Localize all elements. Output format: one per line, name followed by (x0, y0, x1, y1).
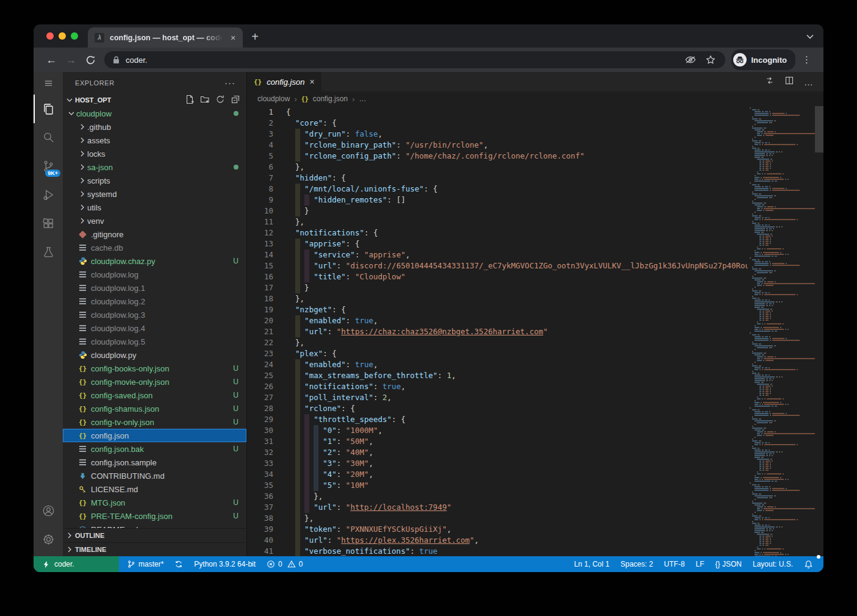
tree-item-scripts[interactable]: scripts (63, 174, 246, 187)
split-editor-icon[interactable] (784, 76, 794, 88)
tree-item-sa-json[interactable]: sa-json (63, 160, 246, 174)
tree-item-systemd[interactable]: systemd (63, 187, 246, 201)
refresh-icon[interactable] (215, 95, 225, 106)
tree-item-config-books-only.json[interactable]: {}config-books-only.jsonU (63, 362, 246, 375)
tree-item-.gitignore[interactable]: .gitignore (63, 227, 246, 241)
tree-item-assets[interactable]: assets (63, 134, 246, 147)
status-json[interactable]: {} JSON (710, 556, 747, 572)
tree-item-.github[interactable]: .github (63, 120, 246, 134)
status-layout-u-s[interactable]: Layout: U.S. (747, 556, 798, 572)
forward-button[interactable]: → (62, 51, 80, 69)
activitybar-menu-icon[interactable] (34, 72, 63, 95)
tree-item-MTG.json[interactable]: {}MTG.jsonU (63, 496, 246, 509)
timeline-section[interactable]: TIMELINE (63, 542, 246, 556)
activitybar-testing-icon[interactable] (34, 238, 63, 267)
activitybar-extensions-icon[interactable] (34, 209, 63, 238)
back-button[interactable]: ← (42, 51, 60, 69)
code-line-9: "hidden_remotes": [] (286, 195, 823, 206)
breadcrumb-item[interactable]: cloudplow (257, 95, 290, 103)
browser-menu-icon[interactable]: ⋮ (799, 54, 815, 65)
python-interpreter-status[interactable]: Python 3.9.2 64-bit (188, 556, 261, 572)
git-untracked-badge: U (233, 391, 238, 399)
activitybar-settings-icon[interactable] (34, 525, 63, 554)
tree-item-config-shamus.json[interactable]: {}config-shamus.jsonU (63, 402, 246, 415)
activitybar-source-control-icon[interactable]: 9K+ (34, 152, 63, 181)
activitybar-run-debug-icon[interactable] (34, 181, 63, 209)
minimize-window-button[interactable] (59, 32, 66, 40)
tree-item-locks[interactable]: locks (63, 147, 246, 160)
breadcrumb-item[interactable]: … (359, 95, 366, 103)
tree-item-CONTRIBUTING.md[interactable]: CONTRIBUTING.md (63, 469, 246, 482)
line-number: 37 (247, 502, 273, 513)
tree-item-PRE-TEAM-config.json[interactable]: {}PRE-TEAM-config.jsonU (63, 509, 246, 523)
tree-item-cloudplow.py[interactable]: cloudplow.py (63, 348, 246, 362)
tree-item-LICENSE.md[interactable]: LICENSE.md (63, 482, 246, 496)
file-name: cloudplow.log.1 (91, 284, 238, 293)
new-file-icon[interactable] (185, 95, 195, 106)
tree-item-cloudplow.log.3[interactable]: cloudplow.log.3 (63, 308, 246, 321)
new-folder-icon[interactable] (200, 95, 210, 106)
reload-button[interactable] (81, 51, 99, 69)
tree-item-cloudplow.log.2[interactable]: cloudplow.log.2 (63, 295, 246, 308)
open-changes-icon[interactable] (765, 76, 775, 88)
tree-item-utils[interactable]: utils (63, 201, 246, 214)
tree-item-cloudplow.log.4[interactable]: cloudplow.log.4 (63, 321, 246, 335)
new-tab-button[interactable]: + (246, 28, 264, 45)
line-number: 17 (247, 282, 273, 293)
browser-tab[interactable]: λ config.json — host_opt — code × (88, 27, 243, 48)
editor-more-actions-icon[interactable]: … (804, 77, 814, 87)
notifications-bell-icon[interactable] (798, 556, 819, 572)
collapse-folders-icon[interactable] (231, 95, 240, 106)
minimap[interactable] (748, 106, 815, 556)
code-editor[interactable]: 1234567891011121314151617181920212223242… (247, 106, 823, 556)
problems-status[interactable]: 0 0 (261, 556, 308, 572)
tree-item-README.md[interactable]: README.md (63, 523, 246, 528)
code-content[interactable]: { "core": { "dry_run": false, "rclone_bi… (286, 106, 823, 556)
vertical-scrollbar[interactable] (815, 106, 823, 152)
tree-item-config-tv-only.json[interactable]: {}config-tv-only.jsonU (63, 415, 246, 429)
remote-indicator[interactable]: coder. (34, 556, 119, 572)
tree-item-config.json.sample[interactable]: config.json.sample (63, 456, 246, 469)
tab-search-chevron-icon[interactable] (806, 30, 814, 41)
tree-item-cloudplow.log.5[interactable]: cloudplow.log.5 (63, 335, 246, 348)
activitybar-accounts-icon[interactable] (34, 496, 63, 525)
outline-section[interactable]: OUTLINE (63, 528, 246, 542)
code-line-22: }, (286, 337, 823, 348)
url-text[interactable]: coder. (126, 56, 678, 65)
editor-tab-config-json[interactable]: {} config.json × (247, 72, 321, 91)
status-lf[interactable]: LF (690, 556, 710, 572)
tree-item-cache.db[interactable]: cache.db (63, 241, 246, 254)
list-file-icon (77, 296, 88, 306)
workspace-section-header[interactable]: HOST_OPT (63, 93, 246, 107)
chevron-right-icon (77, 122, 87, 132)
tree-item-config-saved.json[interactable]: {}config-saved.jsonU (63, 389, 246, 402)
status-spaces-2[interactable]: Spaces: 2 (615, 556, 658, 572)
explorer-more-actions-icon[interactable]: ··· (224, 77, 235, 88)
tree-item-cloudplow.log[interactable]: cloudplow.log (63, 268, 246, 281)
eye-hidden-icon[interactable] (683, 56, 698, 64)
line-number: 28 (247, 403, 273, 414)
tree-item-config.json.bak[interactable]: config.json.bakU (63, 442, 246, 456)
status-ln-1-col-1[interactable]: Ln 1, Col 1 (568, 556, 615, 572)
tree-item-cloudplow.chaz.py[interactable]: cloudplow.chaz.pyU (63, 254, 246, 268)
sync-status[interactable] (169, 556, 188, 572)
browser-tab-title: config.json — host_opt — code (110, 34, 223, 42)
tree-item-cloudplow.log.1[interactable]: cloudplow.log.1 (63, 281, 246, 295)
tree-item-venv[interactable]: venv (63, 214, 246, 227)
file-name: .gitignore (91, 230, 238, 239)
tab-close-icon[interactable]: × (228, 33, 238, 43)
activitybar-explorer-icon[interactable] (34, 95, 63, 123)
zoom-window-button[interactable] (71, 32, 78, 40)
tree-item-config-movie-only.json[interactable]: {}config-movie-only.jsonU (63, 375, 246, 389)
close-tab-icon[interactable]: × (309, 77, 314, 87)
git-untracked-badge: U (233, 512, 238, 520)
status-utf-8[interactable]: UTF-8 (659, 556, 690, 572)
git-branch-status[interactable]: master* (121, 556, 169, 572)
tree-item-config.json[interactable]: {}config.json (63, 429, 246, 442)
close-window-button[interactable] (46, 32, 54, 40)
url-bar[interactable]: coder. (104, 51, 725, 68)
tree-item-cloudplow[interactable]: cloudplow (63, 107, 246, 120)
activitybar-search-icon[interactable] (34, 123, 63, 152)
bookmark-star-icon[interactable] (703, 55, 718, 65)
breadcrumb-item[interactable]: config.json (313, 95, 348, 103)
